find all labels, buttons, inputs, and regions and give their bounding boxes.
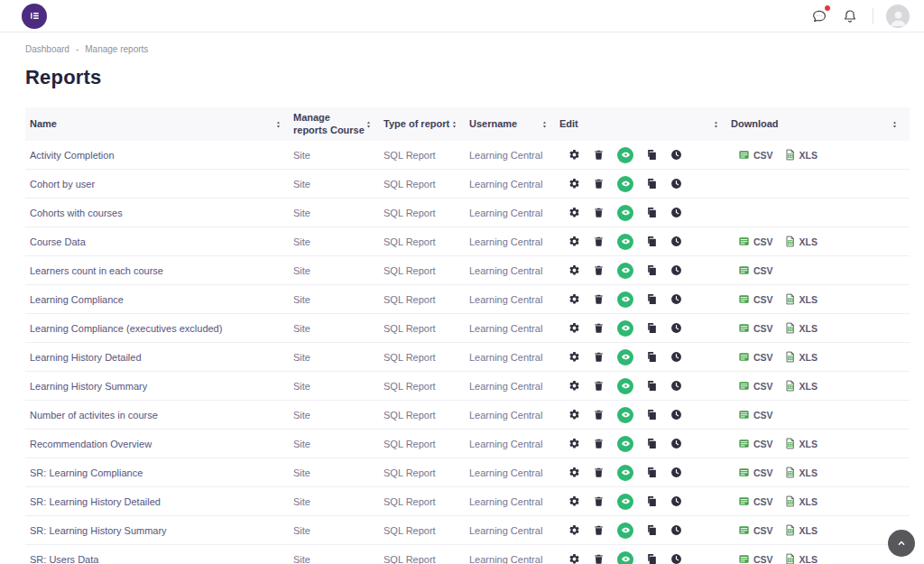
download-xls-link[interactable]: XLS xyxy=(784,495,818,507)
duplicate-icon[interactable] xyxy=(646,293,658,305)
duplicate-icon[interactable] xyxy=(646,236,658,247)
download-xls-link[interactable]: XLS xyxy=(784,322,818,334)
visibility-icon[interactable] xyxy=(617,349,633,365)
settings-icon[interactable] xyxy=(568,264,580,276)
visibility-icon[interactable] xyxy=(617,465,633,481)
report-name-link[interactable]: Learning History Summary xyxy=(30,381,147,392)
report-name-link[interactable]: Number of activites in course xyxy=(30,410,158,421)
scroll-to-top-button[interactable] xyxy=(888,530,915,557)
download-xls-link[interactable]: XLS xyxy=(784,524,818,536)
duplicate-icon[interactable] xyxy=(646,553,658,564)
settings-icon[interactable] xyxy=(568,178,580,190)
sort-icon[interactable] xyxy=(450,119,458,130)
schedule-icon[interactable] xyxy=(670,351,682,363)
duplicate-icon[interactable] xyxy=(646,380,658,392)
delete-icon[interactable] xyxy=(593,553,605,564)
user-avatar[interactable] xyxy=(886,5,910,28)
duplicate-icon[interactable] xyxy=(646,178,658,190)
download-xls-link[interactable]: XLS xyxy=(784,351,818,363)
visibility-icon[interactable] xyxy=(617,234,633,250)
settings-icon[interactable] xyxy=(568,380,580,392)
delete-icon[interactable] xyxy=(593,264,605,276)
delete-icon[interactable] xyxy=(593,351,605,363)
report-name-link[interactable]: Course Data xyxy=(30,236,86,247)
download-csv-link[interactable]: CSV xyxy=(738,322,773,334)
download-xls-link[interactable]: XLS xyxy=(784,380,818,392)
report-name-link[interactable]: Learning Compliance xyxy=(30,294,124,305)
visibility-icon[interactable] xyxy=(617,522,633,539)
delete-icon[interactable] xyxy=(593,409,605,421)
schedule-icon[interactable] xyxy=(670,149,682,161)
schedule-icon[interactable] xyxy=(670,178,682,190)
sort-icon[interactable] xyxy=(891,119,899,130)
download-xls-link[interactable]: XLS xyxy=(784,149,818,161)
breadcrumb-manage-reports[interactable]: Manage reports xyxy=(85,44,148,54)
delete-icon[interactable] xyxy=(593,207,605,218)
download-csv-link[interactable]: CSV xyxy=(738,264,773,276)
download-csv-link[interactable]: CSV xyxy=(738,438,773,449)
download-csv-link[interactable]: CSV xyxy=(738,236,773,247)
settings-icon[interactable] xyxy=(568,149,580,161)
download-csv-link[interactable]: CSV xyxy=(738,293,773,305)
visibility-icon[interactable] xyxy=(617,551,633,564)
delete-icon[interactable] xyxy=(593,380,605,392)
breadcrumb-dashboard[interactable]: Dashboard xyxy=(25,44,69,54)
duplicate-icon[interactable] xyxy=(646,149,658,161)
delete-icon[interactable] xyxy=(593,178,605,190)
report-name-link[interactable]: SR: Learning History Summary xyxy=(30,525,167,536)
visibility-icon[interactable] xyxy=(617,494,633,510)
column-header-name[interactable]: Name xyxy=(25,118,293,131)
report-name-link[interactable]: Learning Compliance (executives excluded… xyxy=(30,323,222,334)
settings-icon[interactable] xyxy=(568,351,580,363)
visibility-icon[interactable] xyxy=(617,147,633,163)
schedule-icon[interactable] xyxy=(670,380,682,392)
settings-icon[interactable] xyxy=(568,524,580,536)
schedule-icon[interactable] xyxy=(670,467,682,478)
delete-icon[interactable] xyxy=(593,524,605,536)
duplicate-icon[interactable] xyxy=(646,264,658,276)
delete-icon[interactable] xyxy=(593,236,605,247)
download-xls-link[interactable]: XLS xyxy=(784,553,818,564)
download-csv-link[interactable]: CSV xyxy=(738,409,773,421)
settings-icon[interactable] xyxy=(568,207,580,218)
delete-icon[interactable] xyxy=(593,438,605,449)
settings-icon[interactable] xyxy=(568,495,580,507)
duplicate-icon[interactable] xyxy=(646,322,658,334)
download-csv-link[interactable]: CSV xyxy=(738,495,773,507)
download-csv-link[interactable]: CSV xyxy=(738,524,773,536)
duplicate-icon[interactable] xyxy=(646,495,658,507)
report-name-link[interactable]: Learners count in each course xyxy=(30,265,163,276)
settings-icon[interactable] xyxy=(568,236,580,247)
schedule-icon[interactable] xyxy=(670,495,682,507)
duplicate-icon[interactable] xyxy=(646,438,658,449)
settings-icon[interactable] xyxy=(568,293,580,305)
visibility-icon[interactable] xyxy=(617,378,633,394)
settings-icon[interactable] xyxy=(568,438,580,449)
duplicate-icon[interactable] xyxy=(646,524,658,536)
sort-icon[interactable] xyxy=(274,119,282,130)
report-name-link[interactable]: Activity Completion xyxy=(30,150,115,161)
sort-icon[interactable] xyxy=(541,119,549,130)
report-name-link[interactable]: Recommendation Overview xyxy=(30,439,152,449)
report-name-link[interactable]: Cohort by user xyxy=(30,179,95,190)
schedule-icon[interactable] xyxy=(670,409,682,421)
app-logo-button[interactable] xyxy=(22,4,47,29)
report-name-link[interactable]: SR: Learning Compliance xyxy=(30,467,143,478)
visibility-icon[interactable] xyxy=(617,263,633,279)
visibility-icon[interactable] xyxy=(617,205,633,221)
schedule-icon[interactable] xyxy=(670,553,682,564)
download-csv-link[interactable]: CSV xyxy=(738,553,773,564)
delete-icon[interactable] xyxy=(593,495,605,507)
schedule-icon[interactable] xyxy=(670,264,682,276)
download-csv-link[interactable]: CSV xyxy=(738,149,773,161)
report-name-link[interactable]: SR: Users Data xyxy=(30,554,98,564)
report-name-link[interactable]: SR: Learning History Detailed xyxy=(30,496,161,507)
delete-icon[interactable] xyxy=(593,322,605,334)
column-header-course[interactable]: Manage reports Course xyxy=(293,112,383,137)
schedule-icon[interactable] xyxy=(670,322,682,334)
column-header-username[interactable]: Username xyxy=(469,118,559,131)
notifications-button[interactable] xyxy=(842,7,860,25)
visibility-icon[interactable] xyxy=(617,407,633,423)
duplicate-icon[interactable] xyxy=(646,467,658,478)
schedule-icon[interactable] xyxy=(670,236,682,247)
